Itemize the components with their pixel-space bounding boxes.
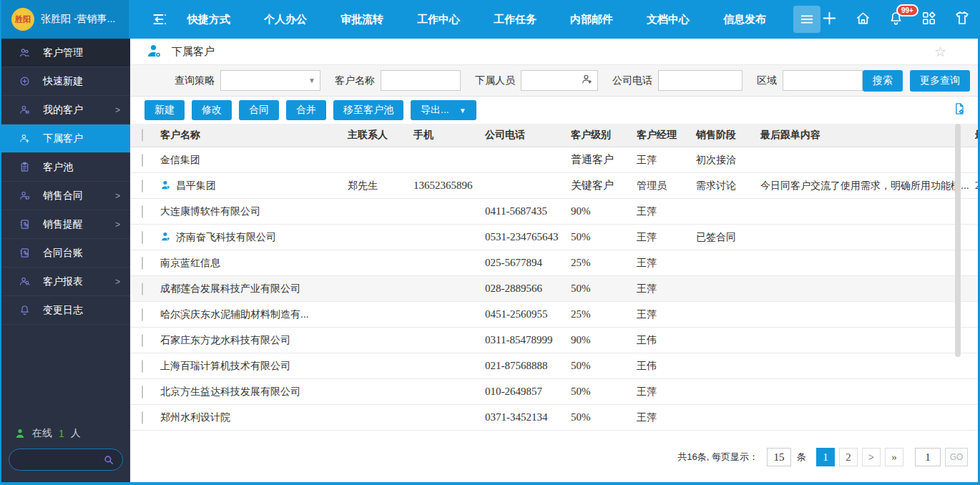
nav-item-0[interactable]: 快捷方式: [187, 13, 230, 26]
sidebar-item-6[interactable]: 销售提醒>: [1, 210, 130, 239]
action-button-2[interactable]: 合同: [239, 100, 279, 120]
table-row-0[interactable]: 金信集团普通客户王萍初次接洽: [130, 147, 978, 173]
user-menu[interactable]: 胜阳 张胜阳 -营销事...: [1, 0, 129, 39]
nav-item-3[interactable]: 工作中心: [417, 13, 460, 26]
scrollbar-thumb[interactable]: [955, 124, 961, 357]
col-header-mobile[interactable]: 手机: [413, 129, 485, 142]
col-header-time[interactable]: 最: [975, 129, 978, 142]
sidebar-search-input[interactable]: [19, 454, 102, 465]
table-row-7[interactable]: 石家庄东方龙水科技有限公司0311-8547899990%王伟: [130, 328, 978, 353]
col-header-phone[interactable]: 公司电话: [485, 129, 571, 142]
nav-item-4[interactable]: 工作任务: [494, 13, 536, 26]
theme-icon[interactable]: [954, 9, 971, 29]
col-header-name[interactable]: 客户名称: [160, 129, 348, 142]
table-row-4[interactable]: 南京蓝红信息025-567789425%王萍: [130, 250, 978, 276]
cell-name[interactable]: 昌平集团: [160, 180, 348, 192]
cell-name[interactable]: 郑州水利设计院: [160, 411, 348, 424]
action-button-1[interactable]: 修改: [192, 100, 232, 120]
row-checkbox[interactable]: [142, 308, 143, 321]
table-settings-icon[interactable]: [952, 102, 966, 119]
table-row-6[interactable]: 哈尔滨庆东水泥辅助材料制造有...0451-256095525%王萍: [130, 302, 978, 328]
select-all-checkbox[interactable]: [142, 129, 143, 142]
nav-item-1[interactable]: 个人办公: [264, 13, 307, 26]
col-header-level[interactable]: 客户级别: [571, 129, 637, 142]
menu-toggle-button[interactable]: [793, 6, 820, 33]
cell-name[interactable]: 南京蓝红信息: [160, 257, 348, 270]
sidebar-item-8[interactable]: 客户报表>: [1, 268, 130, 296]
row-checkbox[interactable]: [142, 283, 143, 295]
person-add-icon[interactable]: [581, 73, 593, 85]
table-row-8[interactable]: 上海百瑞计算机技术有限公司021-8756888850%王伟: [130, 353, 978, 379]
table-row-3[interactable]: 济南奋飞科技有限公司0531-23476564350%王萍已签合同: [130, 225, 978, 250]
row-checkbox[interactable]: [142, 180, 143, 192]
page-button-1[interactable]: 2: [839, 448, 858, 466]
row-checkbox[interactable]: [142, 205, 143, 218]
cell-name[interactable]: 金信集团: [160, 154, 348, 167]
table-row-1[interactable]: 昌平集团郑先生13652365896关键客户管理员需求讨论今日同客户交流了使用需…: [130, 173, 978, 199]
action-button-0[interactable]: 新建: [144, 100, 185, 120]
col-header-contact[interactable]: 主联系人: [348, 129, 413, 142]
nav-item-2[interactable]: 审批流转: [340, 13, 383, 26]
action-button-4[interactable]: 移至客户池: [333, 100, 403, 120]
filter-input-2[interactable]: [521, 70, 598, 91]
favorite-star-icon[interactable]: ☆: [934, 45, 946, 59]
collapse-menu-icon[interactable]: [150, 10, 169, 29]
sidebar-item-3[interactable]: 下属客户: [1, 124, 130, 153]
sidebar-item-0[interactable]: 客户管理: [1, 39, 130, 67]
sidebar-item-4[interactable]: 客户池: [1, 153, 130, 182]
row-checkbox[interactable]: [142, 231, 143, 244]
cell-name[interactable]: 北京方生益达科技发展有限公司: [160, 386, 348, 398]
row-checkbox[interactable]: [142, 154, 143, 167]
cell-name[interactable]: 哈尔滨庆东水泥辅助材料制造有...: [160, 308, 348, 321]
table-row-2[interactable]: 大连康博软件有限公司0411-568743590%王萍: [130, 199, 978, 225]
table-row-5[interactable]: 成都莲合发展科技产业有限公司028-288956650%王萍: [130, 276, 978, 302]
filter-input-field[interactable]: [526, 75, 581, 86]
search-button[interactable]: 搜索: [863, 70, 903, 92]
sidebar-item-7[interactable]: 合同台账: [1, 239, 130, 268]
action-button-3[interactable]: 合并: [286, 100, 326, 120]
cell-name[interactable]: 上海百瑞计算机技术有限公司: [160, 360, 348, 373]
row-checkbox[interactable]: [142, 334, 143, 347]
row-checkbox[interactable]: [142, 360, 143, 373]
filter-input-field[interactable]: [663, 75, 738, 86]
col-header-content[interactable]: 最后跟单内容: [760, 129, 975, 142]
row-checkbox[interactable]: [142, 257, 143, 270]
add-icon[interactable]: [820, 9, 838, 30]
row-checkbox[interactable]: [142, 411, 143, 424]
cell-name[interactable]: 石家庄东方龙水科技有限公司: [160, 334, 348, 347]
sidebar-item-9[interactable]: 变更日志: [1, 296, 130, 325]
apps-icon[interactable]: [921, 10, 937, 29]
go-button[interactable]: GO: [945, 448, 968, 466]
cell-name[interactable]: 大连康博软件有限公司: [160, 205, 348, 218]
export-button[interactable]: 导出...▼: [411, 100, 476, 120]
goto-page-input[interactable]: 1: [915, 448, 941, 466]
vertical-scrollbar[interactable]: [955, 124, 961, 380]
filter-input-field[interactable]: [386, 75, 456, 86]
filter-input-1[interactable]: [381, 70, 461, 91]
nav-item-6[interactable]: 文档中心: [647, 13, 690, 26]
table-row-9[interactable]: 北京方生益达科技发展有限公司010-264985750%王萍: [130, 379, 978, 405]
table-row-10[interactable]: 郑州水利设计院0371-345213450%王萍: [130, 405, 978, 431]
nav-item-7[interactable]: 信息发布: [723, 13, 766, 26]
cell-name[interactable]: 成都莲合发展科技产业有限公司: [160, 283, 348, 295]
home-icon[interactable]: [855, 10, 871, 29]
search-icon[interactable]: [102, 454, 115, 466]
filter-input-3[interactable]: [658, 70, 743, 91]
cell-name[interactable]: 济南奋飞科技有限公司: [160, 231, 348, 244]
filter-input-field[interactable]: [788, 75, 858, 86]
nav-item-5[interactable]: 内部邮件: [570, 13, 613, 26]
page-button-0[interactable]: 1: [816, 448, 835, 466]
sidebar-item-5[interactable]: 销售合同>: [1, 182, 130, 210]
col-header-manager[interactable]: 客户经理: [637, 129, 696, 142]
page-size-box[interactable]: 15: [767, 448, 791, 466]
page-button-3[interactable]: »: [885, 448, 903, 466]
filter-select-0[interactable]: ▼: [220, 70, 320, 91]
filter-input-4[interactable]: [783, 70, 863, 91]
notifications-icon[interactable]: 99+: [888, 10, 904, 29]
col-header-stage[interactable]: 销售阶段: [696, 129, 760, 142]
sidebar-item-1[interactable]: 快速新建: [1, 67, 130, 96]
sidebar-item-2[interactable]: 我的客户>: [1, 96, 130, 124]
row-checkbox[interactable]: [142, 386, 143, 398]
page-button-2[interactable]: >: [862, 448, 881, 466]
more-query-button[interactable]: 更多查询: [910, 70, 970, 92]
